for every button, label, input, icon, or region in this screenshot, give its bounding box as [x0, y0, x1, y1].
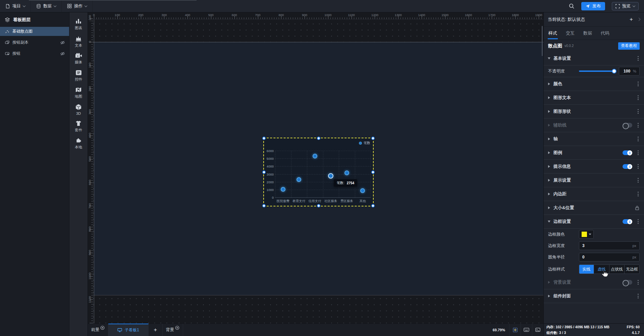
kebab-menu-icon[interactable]: [637, 135, 640, 143]
border-style-option-2[interactable]: 点状线: [609, 265, 625, 274]
resize-handle[interactable]: [371, 171, 375, 174]
y-axis-tick-label: 0: [264, 196, 274, 199]
resize-handle[interactable]: [317, 137, 320, 140]
section-color[interactable]: 颜色: [544, 77, 644, 91]
kebab-menu-icon[interactable]: [637, 279, 640, 286]
section-padding[interactable]: 内边距: [544, 187, 644, 201]
kebab-menu-icon[interactable]: [637, 149, 640, 156]
add-state-button[interactable]: +: [630, 16, 633, 22]
section-background[interactable]: 背景设置: [544, 276, 644, 289]
resize-handle[interactable]: [262, 204, 266, 207]
state-next-icon[interactable]: [637, 18, 641, 21]
search-icon[interactable]: [569, 3, 575, 9]
background-tab[interactable]: 背景: [163, 324, 183, 336]
subboard-tab[interactable]: 子看板1: [108, 324, 149, 336]
toggle-tooltip[interactable]: [623, 164, 632, 169]
scatter-chart-component[interactable]: 笔数 0100020003000400050006000医院缴费教育支付信用支付…: [264, 138, 373, 206]
canvas-scrollbar[interactable]: [542, 26, 543, 56]
toggle-background[interactable]: [623, 280, 632, 285]
menu-data-label: 数据: [43, 3, 52, 9]
preview-button[interactable]: 预览: [612, 2, 639, 10]
kebab-menu-icon[interactable]: [637, 108, 640, 115]
top-menubar: 项目数据操作 发布 预览: [0, 0, 644, 12]
border-color-picker[interactable]: [579, 230, 594, 239]
section-display[interactable]: 展示设置: [544, 174, 644, 187]
section-basic[interactable]: 基本设置: [544, 52, 644, 65]
publish-button[interactable]: 发布: [581, 2, 605, 10]
resize-handle[interactable]: [317, 204, 320, 207]
tab-interaction[interactable]: 交互: [566, 27, 575, 39]
border-style-option-1[interactable]: 虚线: [594, 265, 609, 274]
lock-icon[interactable]: [635, 205, 640, 210]
resize-handle[interactable]: [262, 171, 266, 174]
console-icon[interactable]: [532, 324, 543, 336]
tutorial-button[interactable]: 查看教程: [618, 42, 640, 50]
border-style-option-3[interactable]: 无边框: [625, 265, 639, 274]
add-foreground-icon[interactable]: [100, 326, 105, 330]
toolbar-item-text[interactable]: 文本: [69, 33, 88, 50]
toggle-legend[interactable]: [623, 150, 632, 155]
chart-legend[interactable]: 笔数: [359, 141, 370, 145]
resize-handle[interactable]: [371, 137, 375, 140]
kebab-menu-icon[interactable]: [637, 122, 640, 129]
kebab-menu-icon[interactable]: [637, 190, 640, 198]
section-graph-shape[interactable]: 图形形状: [544, 105, 644, 118]
toolbar-item-kit[interactable]: 套件: [69, 118, 88, 135]
zoom-percent[interactable]: 69.79%: [489, 328, 509, 332]
border-style-option-0[interactable]: 实线: [579, 265, 594, 274]
toggle-guides[interactable]: [623, 123, 632, 128]
toolbar-item-charts[interactable]: 图表: [69, 15, 88, 33]
tab-code[interactable]: 代码: [600, 27, 610, 39]
section-legend[interactable]: 图例: [544, 146, 644, 160]
eye-hidden-icon[interactable]: [60, 40, 65, 45]
opacity-slider-knob[interactable]: [612, 69, 616, 74]
menu-data[interactable]: 数据: [31, 0, 62, 12]
tab-style[interactable]: 样式: [548, 27, 557, 39]
kebab-menu-icon[interactable]: [637, 80, 640, 88]
opacity-input[interactable]: 100 %: [619, 67, 640, 76]
gridline-v: [339, 151, 339, 197]
toggle-border[interactable]: [623, 219, 632, 224]
kebab-menu-icon[interactable]: [637, 94, 640, 101]
add-background-icon[interactable]: [175, 326, 179, 330]
fit-screen-icon[interactable]: [509, 324, 521, 336]
kebab-menu-icon[interactable]: [637, 177, 640, 184]
foreground-tab[interactable]: 前景: [88, 324, 108, 336]
border-radius-input[interactable]: 0 px: [579, 253, 640, 261]
toolbar-item-threed[interactable]: 3D: [69, 101, 88, 118]
border-width-input[interactable]: 3 px: [579, 241, 640, 250]
scatter-point-2: [313, 154, 317, 158]
gridline-v: [291, 151, 291, 197]
opacity-slider[interactable]: [579, 70, 614, 72]
section-size-position[interactable]: 大小&位置: [544, 201, 644, 215]
toolbar-item-media[interactable]: 媒体: [69, 50, 88, 67]
tab-data[interactable]: 数据: [583, 27, 592, 39]
section-guides[interactable]: 辅助线: [544, 118, 644, 132]
keyboard-shortcuts-icon[interactable]: [521, 324, 532, 336]
kebab-menu-icon[interactable]: [637, 163, 640, 170]
resize-handle[interactable]: [262, 137, 266, 140]
kebab-menu-icon[interactable]: [637, 218, 640, 225]
scatter-chart: 笔数 0100020003000400050006000医院缴费教育支付信用支付…: [264, 138, 373, 206]
menu-action[interactable]: 操作: [62, 0, 93, 12]
kebab-menu-icon[interactable]: [637, 55, 640, 62]
section-tooltip[interactable]: 提示信息: [544, 160, 644, 174]
kebab-menu-icon[interactable]: [637, 292, 640, 300]
layer-item-button-copy[interactable]: 按钮副本: [0, 38, 69, 47]
tooltip-value: 2754: [347, 181, 354, 185]
layer-item-basic-scatter[interactable]: 基础散点图: [0, 27, 69, 36]
menu-project[interactable]: 项目: [0, 0, 31, 12]
toolbar-item-controls[interactable]: 控件: [69, 67, 88, 84]
components-label: 组件数:: [546, 331, 558, 335]
layer-item-button[interactable]: 按钮: [0, 49, 69, 58]
canvas[interactable]: 0100200300400500600700800900100011001200…: [88, 12, 543, 323]
section-cover[interactable]: 组件封面: [544, 289, 644, 303]
section-border[interactable]: 边框设置: [544, 215, 644, 229]
eye-hidden-icon[interactable]: [60, 51, 65, 56]
resize-handle[interactable]: [371, 204, 375, 207]
toolbar-item-local[interactable]: 本地: [69, 135, 88, 152]
toolbar-item-map[interactable]: 地图: [69, 84, 88, 101]
add-tab-button[interactable]: +: [149, 324, 163, 336]
section-axis[interactable]: 轴: [544, 132, 644, 146]
section-graph-text[interactable]: 图形文本: [544, 91, 644, 105]
